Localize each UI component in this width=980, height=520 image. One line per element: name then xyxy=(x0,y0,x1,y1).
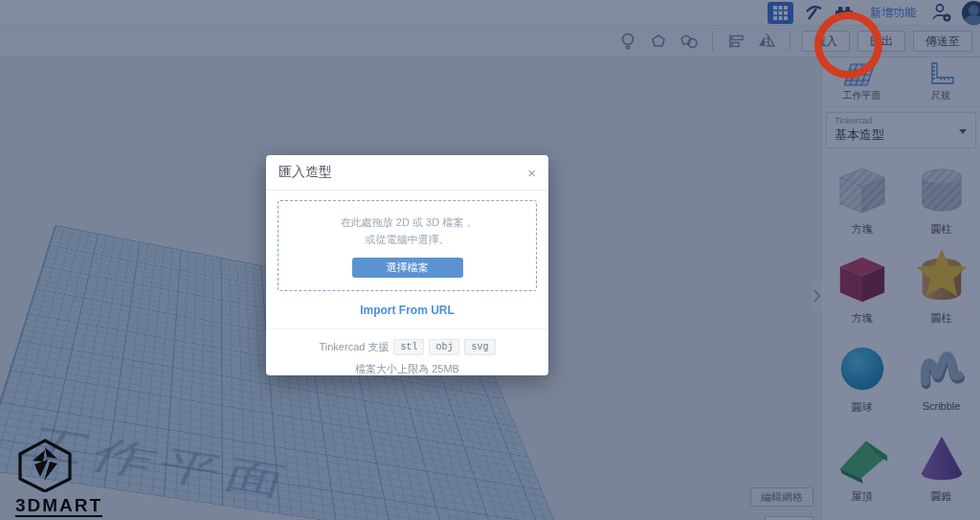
choose-file-button[interactable]: 選擇檔案 xyxy=(352,258,463,278)
format-badge-stl: stl xyxy=(393,339,424,355)
supported-formats-row: Tinkercad 支援 stl obj svg xyxy=(266,339,548,355)
format-badge-obj: obj xyxy=(429,339,459,355)
3dmart-logo: 3DMART 3D PRINTING SOLUTIONS xyxy=(15,439,111,520)
logo-title: 3DMART xyxy=(15,496,102,517)
drop-hint-line1: 在此處拖放 2D 或 3D 檔案， xyxy=(341,215,474,231)
import-shape-modal: 匯入造型 × 在此處拖放 2D 或 3D 檔案， 或從電腦中選擇。 選擇檔案 I… xyxy=(266,155,548,375)
annotation-circle-import xyxy=(814,11,882,79)
file-size-limit-label: 檔案大小上限為 25MB xyxy=(266,362,548,376)
3dmart-hexagon-icon xyxy=(15,439,75,492)
import-from-url-link[interactable]: Import From URL xyxy=(266,304,548,317)
file-drop-zone[interactable]: 在此處拖放 2D 或 3D 檔案， 或從電腦中選擇。 選擇檔案 xyxy=(278,200,537,291)
support-prefix-label: Tinkercad 支援 xyxy=(320,340,390,354)
drop-hint-line2: 或從電腦中選擇。 xyxy=(366,232,450,248)
modal-title: 匯入造型 xyxy=(278,164,332,181)
format-badge-svg: svg xyxy=(464,339,495,355)
close-icon[interactable]: × xyxy=(527,166,536,180)
modal-divider xyxy=(266,328,548,329)
